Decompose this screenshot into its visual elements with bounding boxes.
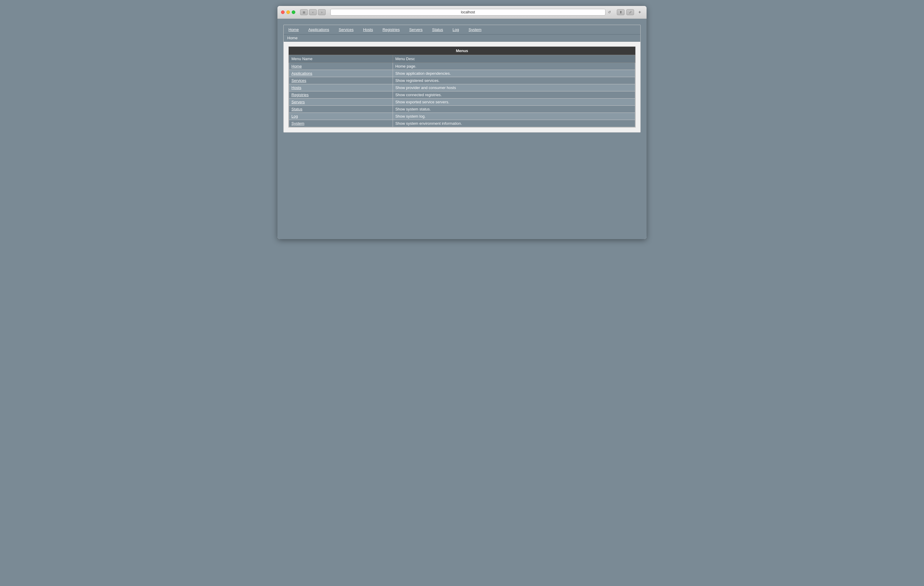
table-row: HostsShow provider and consumer hosts: [289, 84, 635, 91]
share-icon: ⬆: [619, 10, 622, 14]
nav-services[interactable]: Services: [334, 25, 358, 34]
table-row: HomeHome page.: [289, 63, 635, 70]
nav-status[interactable]: Status: [427, 25, 448, 34]
main-content: Menus Menu Name Menu Desc HomeHome page.…: [284, 42, 640, 132]
browser-titlebar: ⊞ ‹ › ↺ ⬆ ⤢ +: [277, 6, 647, 19]
reload-icon: ↺: [608, 10, 611, 14]
browser-window: ⊞ ‹ › ↺ ⬆ ⤢ +: [277, 6, 647, 239]
reload-button[interactable]: ↺: [607, 10, 612, 15]
menu-desc-cell: Show system status.: [393, 106, 635, 113]
nav-registries[interactable]: Registries: [378, 25, 404, 34]
share-button[interactable]: ⬆: [617, 9, 625, 15]
menu-name-link[interactable]: Applications: [291, 71, 312, 76]
nav-applications[interactable]: Applications: [304, 25, 334, 34]
header-menu-name: Menu Name: [289, 55, 393, 63]
nav-servers[interactable]: Servers: [404, 25, 427, 34]
menu-name-link[interactable]: Home: [291, 64, 302, 68]
sidebar-icon: ⊞: [303, 11, 305, 14]
table-row: ServersShow exported service servers.: [289, 99, 635, 106]
table-row: LogShow system log.: [289, 113, 635, 120]
forward-icon: ›: [321, 10, 322, 14]
menu-name-link[interactable]: Servers: [291, 100, 305, 104]
fullscreen-icon: ⤢: [629, 10, 632, 14]
browser-content: Home Applications Services Hosts Registr…: [277, 19, 647, 239]
menu-desc-cell: Show exported service servers.: [393, 99, 635, 106]
menu-name-cell: Services: [289, 77, 393, 84]
new-tab-button[interactable]: +: [637, 9, 643, 15]
plus-icon: +: [638, 10, 641, 15]
menu-desc-cell: Show system log.: [393, 113, 635, 120]
menu-name-link[interactable]: Log: [291, 114, 298, 119]
breadcrumb-home[interactable]: Home: [287, 36, 298, 40]
menu-desc-cell: Show connected registries.: [393, 91, 635, 99]
page-container: Home Applications Services Hosts Registr…: [284, 25, 640, 132]
address-bar-container: ↺: [330, 9, 612, 15]
table-row: SystemShow system environment informatio…: [289, 120, 635, 127]
menu-name-cell: Log: [289, 113, 393, 120]
menus-table: Menu Name Menu Desc HomeHome page.Applic…: [289, 55, 635, 127]
menu-name-link[interactable]: Services: [291, 78, 306, 83]
minimize-button[interactable]: [286, 10, 290, 14]
menu-desc-cell: Show provider and consumer hosts: [393, 84, 635, 91]
nav-home[interactable]: Home: [284, 25, 304, 34]
menu-name-cell: Hosts: [289, 84, 393, 91]
menu-desc-cell: Show registered services.: [393, 77, 635, 84]
menu-name-cell: Servers: [289, 99, 393, 106]
table-header-row: Menu Name Menu Desc: [289, 55, 635, 63]
menu-name-cell: Registries: [289, 91, 393, 99]
forward-button[interactable]: ›: [318, 9, 326, 15]
nav-buttons: ⊞ ‹ ›: [300, 9, 326, 15]
table-row: StatusShow system status.: [289, 106, 635, 113]
back-icon: ‹: [312, 10, 314, 14]
menu-name-link[interactable]: Registries: [291, 92, 309, 97]
table-row: RegistriesShow connected registries.: [289, 91, 635, 99]
menus-title: Menus: [289, 47, 635, 55]
menu-desc-cell: Show application dependencies.: [393, 70, 635, 77]
menu-name-cell: Home: [289, 63, 393, 70]
menu-name-link[interactable]: System: [291, 121, 304, 125]
table-row: ApplicationsShow application dependencie…: [289, 70, 635, 77]
nav-log[interactable]: Log: [448, 25, 464, 34]
menu-name-cell: Applications: [289, 70, 393, 77]
address-bar[interactable]: [330, 9, 606, 15]
menu-name-link[interactable]: Hosts: [291, 86, 301, 90]
browser-actions: ⬆ ⤢ +: [617, 9, 643, 15]
nav-hosts[interactable]: Hosts: [358, 25, 378, 34]
close-button[interactable]: [281, 10, 285, 14]
maximize-button[interactable]: [292, 10, 295, 14]
traffic-lights: [281, 10, 295, 14]
sidebar-button[interactable]: ⊞: [300, 9, 308, 15]
menus-table-wrapper: Menus Menu Name Menu Desc HomeHome page.…: [289, 46, 635, 127]
header-menu-desc: Menu Desc: [393, 55, 635, 63]
fullscreen-button[interactable]: ⤢: [626, 9, 634, 15]
top-nav: Home Applications Services Hosts Registr…: [284, 25, 640, 35]
table-row: ServicesShow registered services.: [289, 77, 635, 84]
menu-name-cell: System: [289, 120, 393, 127]
menu-desc-cell: Home page.: [393, 63, 635, 70]
back-button[interactable]: ‹: [309, 9, 317, 15]
nav-system[interactable]: System: [464, 25, 486, 34]
menu-desc-cell: Show system environment information.: [393, 120, 635, 127]
menu-name-link[interactable]: Status: [291, 107, 302, 111]
menu-name-cell: Status: [289, 106, 393, 113]
breadcrumb-bar: Home: [284, 35, 640, 42]
